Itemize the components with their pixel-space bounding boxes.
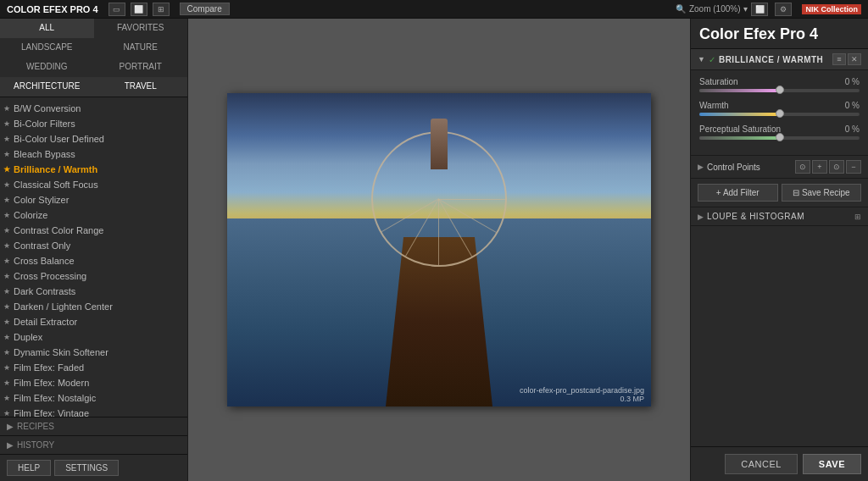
filter-duplex[interactable]: ★ Duplex (0, 329, 187, 345)
filter-label: Color Stylizer (14, 195, 69, 205)
tab-all[interactable]: ALL (0, 19, 94, 38)
tab-nature[interactable]: NATURE (94, 38, 188, 58)
compare-button[interactable]: Compare (180, 3, 230, 15)
star-icon: ★ (3, 272, 10, 280)
wheel-spoke (381, 198, 439, 232)
filter-dark-contrasts[interactable]: ★ Dark Contrasts (0, 284, 187, 299)
filter-label: Film Efex: Faded (14, 362, 84, 373)
filter-colorize[interactable]: ★ Colorize (0, 207, 187, 223)
filter-contrast-only[interactable]: ★ Contrast Only (0, 238, 187, 253)
perceptual-thumb[interactable] (776, 133, 784, 141)
split-view-icon[interactable]: ⬜ (131, 3, 147, 16)
filter-color-stylizer[interactable]: ★ Color Stylizer (0, 192, 187, 207)
filter-bicolor-filters[interactable]: ★ Bi-Color Filters (0, 116, 187, 131)
tab-landscape[interactable]: LANDSCAPE (0, 38, 94, 58)
save-recipe-icon: ⊟ (793, 188, 799, 197)
tab-architecture[interactable]: ARCHITECTURE (0, 77, 94, 97)
cp-add-icon[interactable]: + (812, 160, 827, 174)
image-caption: color-efex-pro_postcard-paradise.jpg 0.3… (520, 386, 644, 403)
grid-view-icon[interactable]: ⊞ (153, 3, 170, 16)
effect-check-icon[interactable]: ✓ (709, 55, 715, 64)
loupe-section[interactable]: ▶ LOUPE & HISTOGRAM ⊞ (691, 207, 868, 226)
warmth-thumb[interactable] (776, 109, 784, 118)
filter-bw-conversion[interactable]: ★ B/W Conversion (0, 101, 187, 116)
filter-label: Contrast Color Range (14, 225, 103, 235)
filter-film-nostalgic[interactable]: ★ Film Efex: Nostalgic (0, 390, 187, 406)
filter-list: ★ B/W Conversion ★ Bi-Color Filters ★ Bi… (0, 97, 187, 417)
settings-button[interactable]: SETTINGS (54, 460, 119, 476)
saturation-slider-track[interactable] (699, 89, 860, 92)
add-filter-button[interactable]: + Add Filter (698, 184, 778, 202)
nav-icon-1[interactable]: ⬜ (751, 3, 768, 16)
effect-header: ▼ ✓ BRILLIANCE / WARMTH ≡ ✕ (691, 49, 868, 70)
save-recipe-button[interactable]: ⊟ Save Recipe (782, 184, 862, 202)
control-points-row: ▶ Control Points ⊙ + ⊙ − (691, 156, 868, 179)
filter-brilliance-warmth[interactable]: ★ Brilliance / Warmth (0, 162, 187, 177)
recipes-section[interactable]: ▶ RECIPES (0, 417, 187, 435)
filter-label: Colorize (14, 210, 47, 220)
filter-bicolor-user[interactable]: ★ Bi-Color User Defined (0, 131, 187, 147)
perceptual-label: Perceptual Saturation (699, 124, 781, 134)
tab-travel[interactable]: TRAVEL (94, 77, 188, 97)
tab-favorites[interactable]: FAVORITES (94, 19, 188, 38)
saturation-value: 0 % (845, 77, 860, 86)
saturation-thumb[interactable] (776, 86, 784, 94)
cancel-button[interactable]: CANCEL (725, 454, 798, 474)
filter-label: Brilliance / Warmth (14, 164, 97, 174)
effect-menu-icon[interactable]: ≡ (832, 53, 846, 65)
view-icons: ▭ ⬜ ⊞ (108, 3, 173, 16)
filter-film-faded[interactable]: ★ Film Efex: Faded (0, 360, 187, 375)
filter-film-modern[interactable]: ★ Film Efex: Modern (0, 375, 187, 390)
filter-film-vintage[interactable]: ★ Film Efex: Vintage (0, 406, 187, 417)
cp-target-icon[interactable]: ⊙ (795, 160, 810, 174)
save-button[interactable]: SAVE (803, 454, 861, 474)
filter-label: Film Efex: Vintage (14, 408, 89, 417)
perceptual-slider-track[interactable] (699, 136, 860, 140)
photo-scene (227, 93, 651, 406)
loupe-label: LOUPE & HISTOGRAM (707, 212, 854, 221)
history-icon: ▶ (7, 440, 14, 450)
recipes-icon: ▶ (7, 422, 14, 431)
sliders-section: Saturation 0 % Warmth 0 % (691, 70, 868, 156)
category-tabs: ALL FAVORITES LANDSCAPE NATURE WEDDING P… (0, 19, 187, 97)
save-recipe-label: Save Recipe (802, 188, 850, 197)
cp-arrow-icon[interactable]: ▶ (698, 163, 704, 171)
star-icon: ★ (3, 135, 10, 143)
right-spacer (691, 226, 868, 446)
warmth-slider-track[interactable] (699, 113, 860, 116)
history-section[interactable]: ▶ HISTORY (0, 435, 187, 454)
cp-minus-icon[interactable]: − (846, 160, 861, 174)
zoom-label: Zoom (100%) (689, 4, 741, 14)
right-panel: Color Efex Pro 4 ▼ ✓ BRILLIANCE / WARMTH… (690, 19, 868, 481)
effect-collapse-icon[interactable]: ▼ (698, 55, 705, 64)
single-view-icon[interactable]: ▭ (108, 3, 125, 16)
filter-bleach-bypass[interactable]: ★ Bleach Bypass (0, 147, 187, 162)
filter-cross-processing[interactable]: ★ Cross Processing (0, 268, 187, 284)
star-icon: ★ (3, 363, 10, 372)
filter-contrast-color[interactable]: ★ Contrast Color Range (0, 223, 187, 238)
nav-icon-2[interactable]: ⚙ (775, 3, 792, 16)
star-icon: ★ (3, 180, 10, 189)
star-icon: ★ (3, 333, 10, 341)
star-icon: ★ (3, 226, 10, 235)
filter-label: Bleach Bypass (14, 149, 75, 159)
zoom-arrow-icon[interactable]: ▾ (743, 4, 748, 14)
left-panel: ALL FAVORITES LANDSCAPE NATURE WEDDING P… (0, 19, 188, 481)
filter-cross-balance[interactable]: ★ Cross Balance (0, 253, 187, 268)
photo-display (227, 93, 651, 406)
saturation-label: Saturation (699, 77, 738, 86)
star-icon: ★ (3, 150, 10, 158)
tab-wedding[interactable]: WEDDING (0, 58, 94, 77)
filter-darken-lighten[interactable]: ★ Darken / Lighten Center (0, 299, 187, 314)
filter-classical-soft[interactable]: ★ Classical Soft Focus (0, 177, 187, 192)
tab-portrait[interactable]: PORTRAIT (94, 58, 188, 77)
star-icon: ★ (3, 348, 10, 357)
image-filename: color-efex-pro_postcard-paradise.jpg (520, 386, 644, 395)
star-icon: ★ (3, 379, 10, 387)
help-button[interactable]: HELP (7, 460, 51, 476)
perceptual-saturation-row: Perceptual Saturation 0 % (699, 124, 860, 140)
filter-dynamic-skin[interactable]: ★ Dynamic Skin Softener (0, 345, 187, 360)
effect-close-icon[interactable]: ✕ (848, 53, 861, 65)
filter-detail-extractor[interactable]: ★ Detail Extractor (0, 314, 187, 329)
cp-target2-icon[interactable]: ⊙ (829, 160, 844, 174)
